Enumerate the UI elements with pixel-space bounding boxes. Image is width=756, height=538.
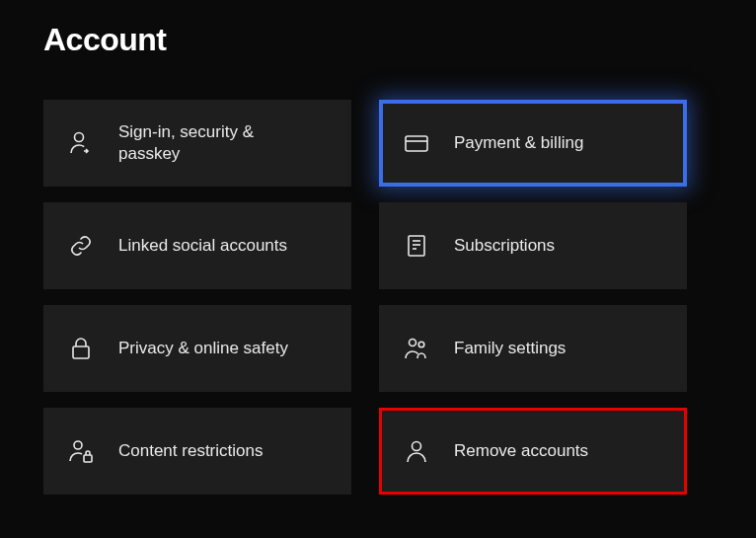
tile-label: Payment & billing	[454, 132, 583, 154]
tile-linked-social-accounts[interactable]: Linked social accounts	[43, 202, 351, 289]
svg-point-0	[75, 133, 84, 142]
tile-label: Privacy & online safety	[118, 338, 288, 359]
tile-family-settings[interactable]: Family settings	[379, 305, 687, 392]
tile-payment-billing[interactable]: Payment & billing	[379, 100, 687, 187]
account-tiles-grid: Sign-in, security & passkey Payment & bi…	[0, 58, 756, 495]
tile-label: Remove accounts	[454, 440, 588, 462]
tile-label: Subscriptions	[454, 235, 555, 257]
svg-rect-11	[84, 455, 92, 462]
svg-point-8	[410, 340, 416, 346]
tile-label: Sign-in, security & passkey	[118, 121, 316, 165]
person-icon	[403, 437, 430, 465]
tile-content-restrictions[interactable]: Content restrictions	[43, 408, 351, 495]
person-lock-icon	[67, 437, 95, 465]
person-arrow-icon	[67, 129, 95, 157]
tile-subscriptions[interactable]: Subscriptions	[379, 202, 687, 289]
tile-label: Content restrictions	[118, 440, 263, 462]
tile-privacy-online-safety[interactable]: Privacy & online safety	[43, 305, 351, 392]
family-icon	[403, 335, 430, 362]
tile-label: Linked social accounts	[118, 235, 287, 257]
svg-rect-3	[409, 236, 424, 256]
svg-point-9	[418, 342, 424, 347]
svg-point-10	[74, 441, 82, 449]
link-icon	[67, 232, 95, 260]
svg-point-12	[413, 442, 421, 451]
tile-label: Family settings	[454, 338, 566, 359]
credit-card-icon	[403, 129, 430, 157]
svg-rect-1	[406, 136, 427, 151]
page-title: Account	[0, 0, 756, 58]
tile-signin-security-passkey[interactable]: Sign-in, security & passkey	[43, 100, 351, 187]
tile-remove-accounts[interactable]: Remove accounts	[379, 408, 687, 495]
svg-rect-7	[73, 346, 89, 358]
receipt-icon	[403, 232, 430, 260]
lock-icon	[67, 335, 95, 362]
